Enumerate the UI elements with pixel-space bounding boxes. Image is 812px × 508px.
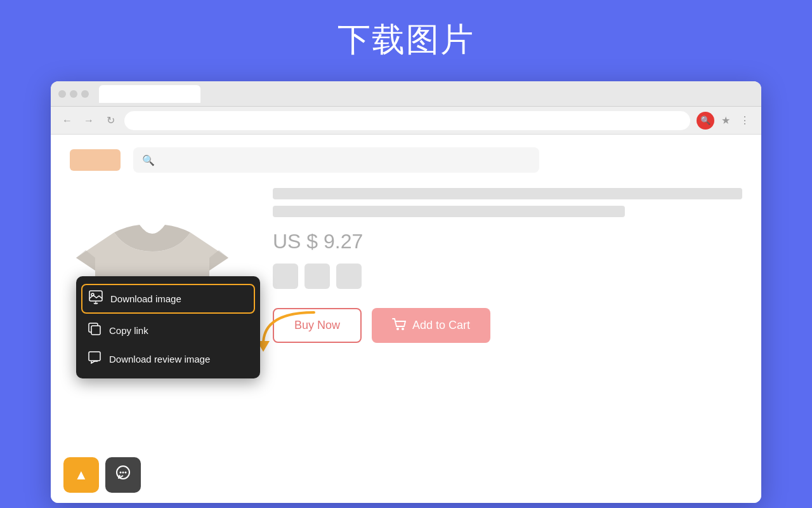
- context-menu-item-download[interactable]: Download image: [81, 284, 255, 314]
- back-button[interactable]: ←: [60, 113, 75, 128]
- review-image-icon: [88, 351, 102, 367]
- forward-button[interactable]: →: [81, 113, 96, 128]
- download-image-label: Download image: [110, 293, 181, 304]
- product-area: Download image Copy link: [70, 188, 742, 366]
- svg-point-6: [396, 328, 399, 330]
- reload-button[interactable]: ↻: [103, 113, 118, 128]
- product-image-col: Download image Copy link: [70, 188, 247, 366]
- copy-link-icon: [88, 323, 102, 338]
- search-icon: 🔍: [700, 116, 710, 125]
- cart-icon: [392, 317, 406, 334]
- add-to-cart-label: Add to Cart: [412, 319, 470, 332]
- context-menu-item-review[interactable]: Download review image: [76, 345, 260, 373]
- chat-button[interactable]: [105, 457, 141, 493]
- browser-tab[interactable]: [99, 85, 200, 103]
- download-image-icon: [89, 290, 103, 307]
- product-price: US $ 9.27: [273, 230, 742, 253]
- svg-rect-3: [91, 326, 100, 335]
- shop-search-bar[interactable]: 🔍: [133, 147, 539, 173]
- svg-point-11: [125, 472, 127, 474]
- svg-point-7: [402, 328, 404, 330]
- browser-toolbar: ← → ↻ 🔍 ★ ⋮: [51, 107, 761, 135]
- context-menu-item-copy-link[interactable]: Copy link: [76, 316, 260, 345]
- shop-logo: [70, 149, 121, 171]
- color-swatch-2[interactable]: [304, 264, 330, 289]
- scroll-top-button[interactable]: ▲: [63, 457, 99, 493]
- color-swatch-1[interactable]: [273, 264, 298, 289]
- search-icon: 🔍: [142, 154, 155, 166]
- star-icon[interactable]: ★: [718, 113, 733, 128]
- color-swatches: [273, 264, 742, 289]
- copy-link-label: Copy link: [109, 325, 148, 336]
- svg-rect-0: [89, 291, 102, 301]
- toolbar-icons: 🔍 ★ ⋮: [697, 112, 752, 130]
- product-title-line1: [273, 188, 742, 199]
- chat-icon: [115, 465, 131, 485]
- page-content: 🔍: [51, 135, 761, 503]
- scroll-top-icon: ▲: [74, 467, 88, 483]
- browser-window: ← → ↻ 🔍 ★ ⋮ 🔍: [51, 81, 761, 503]
- shop-topbar: 🔍: [70, 147, 742, 173]
- browser-chrome: [51, 81, 761, 107]
- arrow-annotation: [251, 306, 327, 359]
- add-to-cart-button[interactable]: Add to Cart: [372, 308, 490, 343]
- traffic-light-close[interactable]: [58, 90, 66, 98]
- bottom-toolbar: ▲: [63, 457, 141, 493]
- svg-point-10: [122, 472, 124, 474]
- product-details-col: US $ 9.27 Buy Now: [273, 188, 742, 366]
- review-image-label: Download review image: [109, 354, 210, 364]
- color-swatch-3[interactable]: [336, 264, 362, 289]
- context-menu: Download image Copy link: [76, 276, 260, 378]
- product-title-line2: [273, 206, 625, 217]
- traffic-light-maximize[interactable]: [81, 90, 89, 98]
- menu-icon[interactable]: ⋮: [737, 113, 752, 128]
- page-title: 下载图片: [337, 18, 475, 62]
- address-bar[interactable]: [124, 111, 690, 130]
- traffic-light-minimize[interactable]: [70, 90, 77, 98]
- traffic-lights: [58, 90, 89, 98]
- svg-point-9: [120, 472, 122, 474]
- svg-rect-4: [89, 352, 100, 361]
- search-extension-icon[interactable]: 🔍: [697, 112, 714, 130]
- product-actions: Buy Now Add to Cart: [273, 308, 742, 343]
